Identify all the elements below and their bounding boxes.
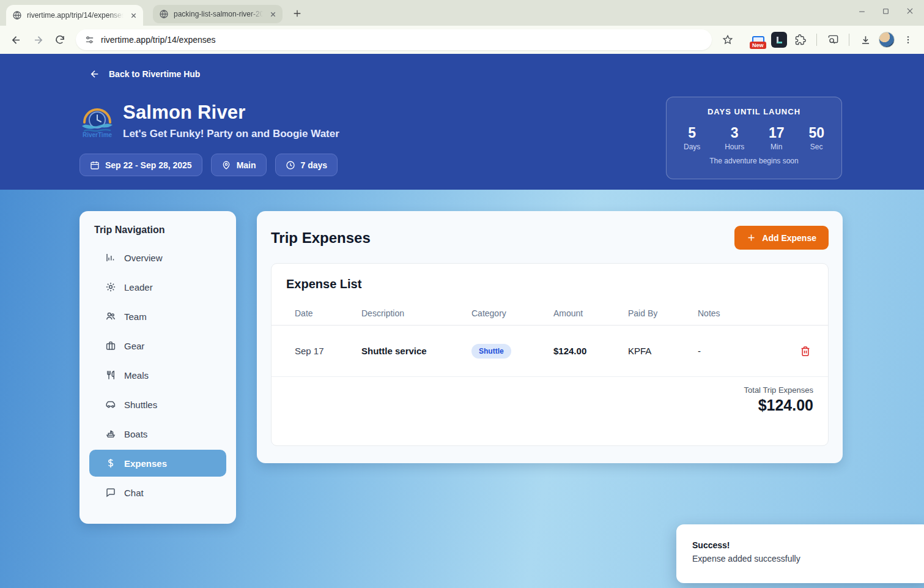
col-paid-by: Paid By (628, 308, 698, 318)
globe-favicon-icon (159, 9, 169, 19)
expense-table-header: Date Description Category Amount Paid By… (272, 301, 828, 326)
url-text[interactable]: rivertime.app/trip/14/expenses (101, 35, 216, 45)
window-minimize-button[interactable] (858, 7, 866, 15)
tab-close-icon[interactable] (128, 10, 138, 20)
extension-l-icon[interactable] (771, 32, 787, 48)
browser-menu-icon[interactable] (898, 30, 918, 50)
sidebar-item-expenses[interactable]: Expenses (89, 450, 226, 477)
countdown-card: DAYS UNTIL LAUNCH 5 Days 3 Hours 17 Min … (666, 97, 842, 179)
bookmark-star-icon[interactable] (718, 30, 737, 50)
shuttle-van-icon (105, 399, 116, 410)
boat-icon (105, 428, 116, 439)
sidebar-item-team[interactable]: Team (89, 303, 226, 330)
profile-avatar[interactable] (879, 32, 895, 48)
users-icon (105, 311, 116, 322)
sidebar-item-label: Overview (124, 253, 163, 263)
col-date: Date (295, 308, 361, 318)
trip-duration-label: 7 days (301, 160, 328, 170)
countdown-minutes: 17 Min (769, 125, 785, 151)
total-label: Total Trip Expenses (272, 385, 813, 395)
page-title: Trip Expenses (271, 229, 371, 247)
sidebar-item-label: Team (124, 311, 147, 322)
sidebar-item-label: Shuttles (124, 400, 157, 410)
sidebar-item-label: Boats (124, 429, 147, 439)
sidebar-item-label: Leader (124, 282, 153, 292)
browser-tab-inactive[interactable]: packing-list-salmon-river-2025 (153, 5, 283, 23)
calendar-icon (90, 160, 100, 170)
add-expense-button[interactable]: Add Expense (734, 226, 829, 250)
browser-tab-strip: rivertime.app/trip/14/expenses packing-l… (0, 0, 924, 26)
col-amount: Amount (553, 308, 628, 318)
trash-icon (800, 346, 811, 357)
back-button[interactable] (6, 30, 26, 50)
trip-duration-chip[interactable]: 7 days (275, 154, 338, 176)
extensions-puzzle-icon[interactable] (791, 30, 810, 50)
extension-new-badge: New (750, 42, 766, 49)
site-settings-icon[interactable] (84, 35, 95, 45)
cell-amount: $124.00 (553, 346, 628, 356)
cell-notes: - (698, 346, 767, 356)
plus-icon (747, 233, 756, 242)
trip-navigation-sidebar: Trip Navigation Overview Leader Team (79, 211, 236, 524)
expense-list-title: Expense List (272, 264, 828, 301)
downloads-icon[interactable] (856, 30, 875, 50)
extension-new-icon[interactable]: New (749, 31, 767, 49)
sidebar-item-leader[interactable]: Leader (89, 274, 226, 300)
col-notes: Notes (698, 308, 767, 318)
new-tab-button[interactable] (289, 5, 306, 22)
category-badge: Shuttle (471, 344, 511, 359)
clock-icon (286, 160, 295, 170)
briefcase-icon (105, 340, 116, 351)
tab-close-icon[interactable] (268, 9, 278, 19)
sidebar-item-gear[interactable]: Gear (89, 332, 226, 359)
countdown-seconds: 50 Sec (808, 125, 824, 151)
tab-title: packing-list-salmon-river-2025 (174, 10, 263, 18)
expenses-total: Total Trip Expenses $124.00 (272, 377, 828, 414)
trip-dates-chip[interactable]: Sep 22 - Sep 28, 2025 (79, 154, 202, 176)
reload-button[interactable] (50, 30, 70, 50)
sidebar-item-label: Chat (124, 488, 144, 498)
cell-paid-by: KPFA (628, 346, 698, 356)
cell-description: Shuttle service (361, 346, 471, 356)
screen-search-icon[interactable] (823, 30, 843, 50)
svg-text:RiverTime: RiverTime (83, 132, 113, 138)
sidebar-item-chat[interactable]: Chat (89, 479, 226, 506)
gear-icon (105, 281, 116, 292)
trip-title: Salmon River (123, 102, 246, 124)
sidebar-item-label: Gear (124, 341, 144, 351)
utensils-icon (105, 370, 116, 381)
browser-tab-active[interactable]: rivertime.app/trip/14/expenses (6, 5, 143, 26)
browser-toolbar: rivertime.app/trip/14/expenses New (0, 26, 924, 54)
countdown-footer: The adventure begins soon (667, 157, 841, 165)
trip-expenses-panel: Trip Expenses Add Expense Expense List D… (257, 211, 843, 463)
sidebar-item-label: Expenses (124, 458, 167, 469)
bar-chart-icon (105, 252, 116, 263)
sidebar-item-boats[interactable]: Boats (89, 420, 226, 447)
window-maximize-button[interactable] (882, 7, 890, 15)
cell-date: Sep 17 (295, 346, 361, 356)
trip-subtitle: Let's Get Funky! Party on and Boogie Wat… (123, 128, 339, 140)
sidebar-item-meals[interactable]: Meals (89, 362, 226, 389)
expense-list-card: Expense List Date Description Category A… (271, 263, 829, 446)
tab-title: rivertime.app/trip/14/expenses (27, 11, 124, 20)
sidebar-item-label: Meals (124, 370, 149, 381)
trip-header: Back to Rivertime Hub RiverTime Salmon R… (0, 54, 924, 190)
page-background: Trip Navigation Overview Leader Team (0, 190, 924, 588)
col-description: Description (361, 308, 471, 318)
trip-location-chip[interactable]: Main (211, 154, 267, 176)
col-category: Category (471, 308, 553, 318)
map-pin-icon (221, 160, 231, 170)
success-toast[interactable]: Success! Expense added successfully (676, 524, 924, 583)
forward-button[interactable] (28, 30, 48, 50)
rivertime-logo: RiverTime (79, 103, 115, 138)
delete-expense-button[interactable] (797, 343, 813, 359)
add-expense-label: Add Expense (762, 233, 816, 243)
sidebar-item-shuttles[interactable]: Shuttles (89, 391, 226, 418)
toast-title: Success! (692, 540, 924, 550)
toast-message: Expense added successfully (692, 554, 924, 564)
sidebar-item-overview[interactable]: Overview (89, 244, 226, 271)
trip-location-label: Main (237, 160, 256, 170)
window-close-button[interactable] (906, 7, 914, 15)
address-bar[interactable]: rivertime.app/trip/14/expenses (76, 29, 712, 50)
back-to-hub-link[interactable]: Back to Rivertime Hub (89, 69, 200, 80)
